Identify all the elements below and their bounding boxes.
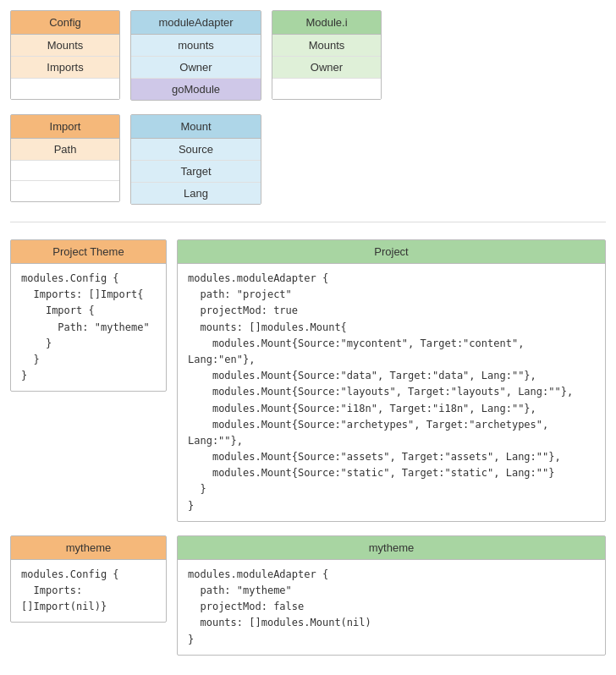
mount-field-lang: Lang [131,183,261,204]
modulei-field-empty [272,79,381,99]
moduleadapter-field-mounts: mounts [131,35,261,57]
entity-moduleadapter: moduleAdapter mounts Owner goModule [130,10,261,101]
project-code: modules.moduleAdapter { path: "project" … [178,264,605,521]
import-empty-2 [11,181,119,201]
section-divider [10,222,606,222]
project-theme-code: modules.Config { Imports: []Import{ Impo… [11,264,166,391]
moduleadapter-field-owner: Owner [131,57,261,79]
diagram-area: Config Mounts Imports moduleAdapter moun… [10,10,606,656]
entity-row-1: Config Mounts Imports moduleAdapter moun… [10,10,606,101]
entity-modulei: Module.i Mounts Owner [272,10,382,100]
mytheme-right-box: mytheme modules.moduleAdapter { path: "m… [177,535,606,656]
import-header: Import [11,115,119,139]
config-field-empty [11,79,119,99]
entity-import: Import Path [10,114,120,202]
entity-config: Config Mounts Imports [10,10,120,100]
config-header: Config [11,11,119,35]
import-field-path: Path [11,139,119,161]
mytheme-right-label: mytheme [178,536,605,560]
modulei-field-owner: Owner [272,57,381,79]
config-field-mounts: Mounts [11,35,119,57]
mytheme-left-box: mytheme modules.Config { Imports: []Impo… [10,535,167,623]
import-empty-1 [11,161,119,181]
project-box: Project modules.moduleAdapter { path: "p… [177,239,606,522]
config-field-imports: Imports [11,57,119,79]
project-label: Project [178,240,605,264]
section-row-1: Project Theme modules.Config { Imports: … [10,239,606,522]
mytheme-left-label: mytheme [11,536,166,560]
modulei-header: Module.i [272,11,381,35]
modulei-field-mounts: Mounts [272,35,381,57]
mytheme-right-code: modules.moduleAdapter { path: "mytheme" … [178,560,605,655]
mount-header: Mount [131,115,261,139]
mytheme-left-code: modules.Config { Imports: []Import(nil)} [11,560,166,623]
mount-field-target: Target [131,161,261,183]
entity-mount: Mount Source Target Lang [130,114,261,205]
moduleadapter-header: moduleAdapter [131,11,261,35]
moduleadapter-field-gomodule: goModule [131,79,261,100]
mount-field-source: Source [131,139,261,161]
entity-row-2: Import Path Mount Source Target Lang [10,114,606,205]
project-theme-label: Project Theme [11,240,166,264]
project-theme-box: Project Theme modules.Config { Imports: … [10,239,167,392]
section-row-2: mytheme modules.Config { Imports: []Impo… [10,535,606,656]
